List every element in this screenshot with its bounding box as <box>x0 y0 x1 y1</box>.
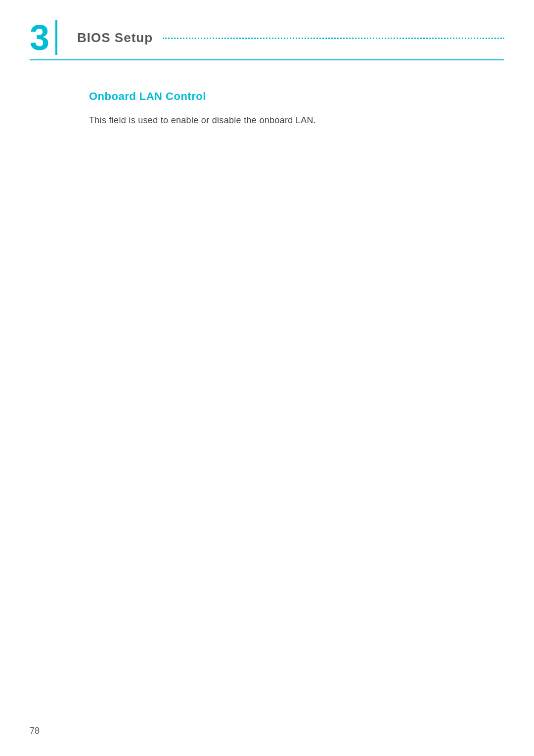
content-section: Onboard LAN Control This field is used t… <box>30 80 504 128</box>
page-container: 3 BIOS Setup Onboard LAN Control This fi… <box>0 0 534 756</box>
chapter-number-block: 3 <box>30 20 67 55</box>
chapter-vertical-bar <box>55 20 57 55</box>
page-number: 78 <box>30 726 40 736</box>
chapter-number: 3 <box>30 20 49 55</box>
section-heading: Onboard LAN Control <box>89 90 504 103</box>
section-description: This field is used to enable or disable … <box>89 113 504 128</box>
header-title-area: BIOS Setup <box>77 30 504 46</box>
header-section: 3 BIOS Setup <box>30 20 504 60</box>
header-dotted-line <box>163 38 504 39</box>
chapter-title: BIOS Setup <box>77 30 153 46</box>
